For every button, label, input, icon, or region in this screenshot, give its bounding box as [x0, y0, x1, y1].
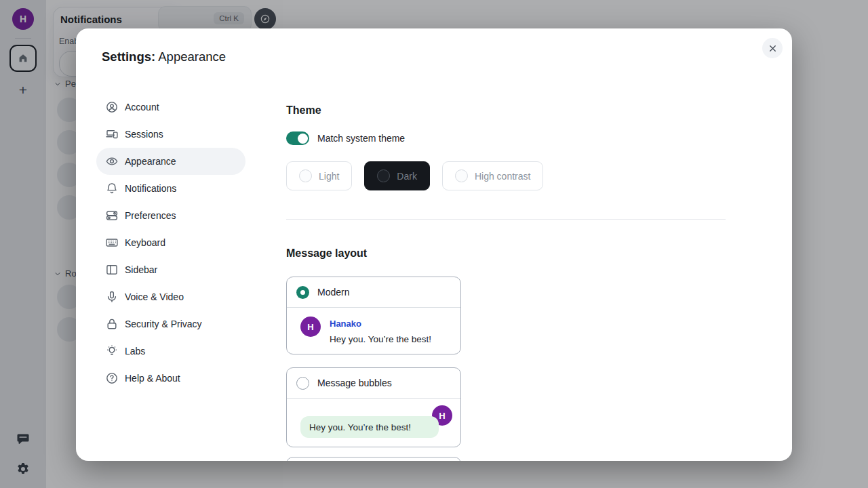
- modern-radio-row[interactable]: Modern: [287, 277, 460, 308]
- settings-nav-help-about[interactable]: Help & About: [96, 365, 245, 392]
- radio-unselected-icon: [296, 377, 309, 390]
- theme-option-dark[interactable]: Dark: [364, 161, 430, 190]
- app-window: H + Notifications E: [0, 0, 868, 488]
- radio-unselected-icon: [377, 169, 390, 182]
- settings-nav-keyboard[interactable]: Keyboard: [96, 229, 245, 256]
- eye-icon: [105, 155, 119, 168]
- match-system-theme-label: Match system theme: [317, 133, 405, 144]
- settings-nav-labs[interactable]: Labs: [96, 338, 245, 365]
- dialog-title: Settings: Appearance: [102, 49, 226, 64]
- bubbles-preview: H Hey you. You’re the best!: [287, 399, 460, 447]
- theme-option-high-contrast[interactable]: High contrast: [442, 161, 543, 190]
- lightbulb-icon: [105, 344, 119, 358]
- preview-sender-name: Hanako: [330, 319, 431, 329]
- nav-label: Security & Privacy: [125, 319, 202, 329]
- settings-nav-appearance[interactable]: Appearance: [96, 148, 245, 175]
- nav-label: Sidebar: [125, 264, 157, 275]
- question-circle-icon: [105, 371, 119, 385]
- settings-nav-sessions[interactable]: Sessions: [96, 121, 245, 148]
- theme-option-label: High contrast: [475, 171, 530, 182]
- settings-nav-account[interactable]: Account: [96, 94, 245, 121]
- microphone-icon: [105, 290, 119, 304]
- theme-option-light[interactable]: Light: [286, 161, 352, 190]
- settings-nav-sidebar[interactable]: Sidebar: [96, 256, 245, 283]
- close-button[interactable]: [762, 38, 783, 58]
- nav-label: Preferences: [125, 210, 176, 221]
- preview-avatar: H: [300, 317, 321, 337]
- nav-label: Voice & Video: [125, 291, 184, 302]
- match-system-theme-toggle[interactable]: [286, 131, 309, 145]
- user-circle-icon: [105, 100, 119, 114]
- bubbles-radio-row[interactable]: Message bubbles: [287, 368, 460, 399]
- nav-label: Labs: [125, 346, 145, 357]
- radio-selected-icon: [296, 286, 309, 299]
- settings-nav-security-privacy[interactable]: Security & Privacy: [96, 310, 245, 338]
- nav-label: Help & About: [125, 373, 180, 384]
- settings-nav-preferences[interactable]: Preferences: [96, 202, 245, 229]
- theme-option-label: Light: [319, 171, 339, 182]
- close-icon: [768, 43, 778, 54]
- preview-message-text: Hey you. You’re the best!: [330, 334, 431, 344]
- message-layout-heading: Message layout: [286, 247, 367, 260]
- theme-options: Light Dark High contrast: [286, 161, 543, 190]
- radio-unselected-icon: [299, 169, 312, 182]
- message-layout-option-next: [286, 457, 461, 461]
- settings-nav-voice-video[interactable]: Voice & Video: [96, 283, 245, 310]
- appearance-panel: Theme Match system theme Light Dark: [286, 28, 726, 461]
- section-divider: [286, 219, 726, 220]
- keyboard-icon: [105, 236, 119, 249]
- nav-label: Keyboard: [125, 237, 165, 248]
- settings-nav-notifications[interactable]: Notifications: [96, 175, 245, 202]
- toggle-knob: [298, 134, 308, 144]
- modern-preview: H Hanako Hey you. You’re the best!: [287, 308, 460, 344]
- theme-heading: Theme: [286, 104, 321, 117]
- sidebar-panel-icon: [105, 263, 119, 277]
- lock-icon: [105, 317, 119, 331]
- dialog-title-prefix: Settings:: [102, 49, 155, 64]
- settings-dialog: Settings: Appearance Account Sessions Ap…: [76, 28, 792, 461]
- bell-icon: [105, 182, 119, 195]
- nav-label: Appearance: [125, 156, 176, 167]
- match-system-theme-row: Match system theme: [286, 131, 405, 145]
- preview-message-bubble: Hey you. You’re the best!: [300, 416, 439, 438]
- settings-nav: Account Sessions Appearance Notification…: [96, 94, 245, 392]
- radio-unselected-icon: [455, 169, 468, 182]
- nav-label: Sessions: [125, 129, 163, 140]
- dialog-title-section: Appearance: [158, 49, 226, 64]
- modern-label: Modern: [317, 287, 349, 298]
- nav-label: Account: [125, 102, 159, 113]
- toggles-icon: [105, 209, 119, 222]
- bubbles-label: Message bubbles: [317, 378, 392, 388]
- message-layout-option-modern: Modern H Hanako Hey you. You’re the best…: [286, 277, 461, 354]
- message-layout-option-bubbles: Message bubbles H Hey you. You’re the be…: [286, 367, 461, 447]
- nav-label: Notifications: [125, 183, 176, 194]
- theme-option-label: Dark: [397, 171, 417, 182]
- devices-icon: [105, 127, 119, 141]
